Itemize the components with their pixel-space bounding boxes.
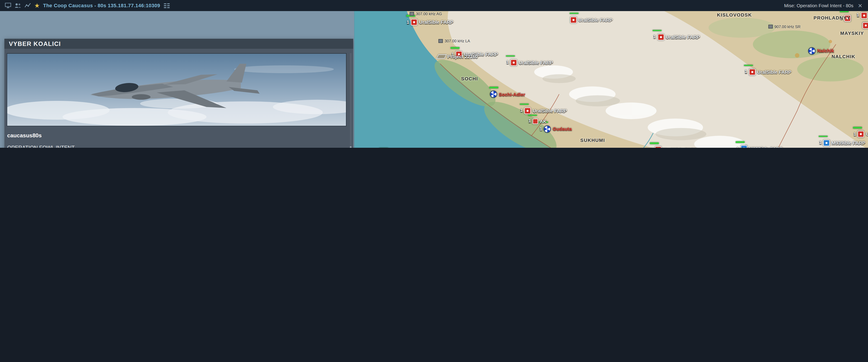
mission-title: Mise: Operation Fowl Intent - 80s xyxy=(784,3,854,8)
briefing-icon[interactable] xyxy=(163,2,170,9)
map-marker-airport: Nalchik xyxy=(808,47,834,55)
mission-description: caucasus80s OPERATION FOWL INTENT Welcom… xyxy=(7,132,339,148)
map-marker-ship: Project 22160 xyxy=(437,54,477,59)
farp-red-icon xyxy=(749,68,755,75)
map-marker-layer: 1UralSible FARPUralSible FARP1UralSible … xyxy=(354,11,868,148)
map-marker-freq: 907.00 kHz SR xyxy=(768,25,800,28)
operation-name: OPERATION FOWL INTENT xyxy=(7,144,339,148)
top-bar: ★ The Coop Caucasus - 80s 135.181.77.146… xyxy=(0,0,868,11)
map-marker-farp-red xyxy=(862,22,868,29)
farp-red-icon xyxy=(861,12,867,19)
map-marker-city: SUKHUMI xyxy=(580,137,605,143)
airport-icon xyxy=(808,47,815,55)
map-marker-freq: 307.00 kHz AG xyxy=(410,12,442,16)
map-marker-airport: Sochi-Adler xyxy=(490,91,525,98)
panel-scrollbar-thumb[interactable] xyxy=(350,146,351,148)
farp-red-icon xyxy=(862,22,868,29)
map-marker-city: NALCHIK xyxy=(832,54,856,59)
farp-blue-icon xyxy=(741,145,747,148)
map-marker-farp-red: 1UralSible FARP xyxy=(745,68,792,75)
map-marker-city: MAYSKIY xyxy=(840,31,864,36)
map-marker-farp-red: 1UralSible FARP xyxy=(506,59,553,65)
unit-red-icon xyxy=(532,118,538,124)
stats-icon[interactable] xyxy=(24,2,31,9)
farp-red-icon xyxy=(510,59,517,65)
map-marker-freq: 307.00 kHz LA xyxy=(438,39,470,43)
panel-header: VYBER KOALICI xyxy=(4,39,353,49)
farp-red-icon xyxy=(570,17,577,23)
airport-icon xyxy=(544,126,551,133)
map-marker-city: PROHLADNYY xyxy=(813,15,850,21)
panel-scrollbar[interactable] xyxy=(350,53,351,148)
map-marker-farp-red: 1UralSible FARP xyxy=(520,108,567,114)
ship-icon xyxy=(436,54,447,59)
favorite-star-icon[interactable]: ★ xyxy=(34,2,40,8)
map-marker-unit-red: 1AK xyxy=(528,118,547,124)
map-marker-farp-red: 1UralSible FARP xyxy=(651,146,698,148)
farp-red-icon xyxy=(858,131,864,137)
freq-icon xyxy=(410,12,414,16)
map-marker-farp-red: 1 xyxy=(857,12,868,19)
farp-red-icon xyxy=(657,34,664,40)
map-marker-airport: 1Gudauta xyxy=(540,126,572,133)
players-icon[interactable] xyxy=(14,2,21,9)
panel-title: VYBER KOALICI xyxy=(9,40,61,47)
close-icon[interactable]: ✕ xyxy=(857,2,864,8)
airport-icon xyxy=(490,91,497,98)
map-marker-farp-red: 1UralSible FARP xyxy=(653,34,700,40)
coalition-select-panel: VYBER KOALICI xyxy=(4,39,353,148)
map-marker-city: SOCHI xyxy=(461,76,478,81)
farp-red-icon xyxy=(524,108,531,114)
map-marker-farp-red: 1UralSible FARP xyxy=(854,131,868,137)
freq-icon xyxy=(438,39,443,43)
mission-name: caucasus80s xyxy=(7,132,339,139)
farp-blue-icon xyxy=(823,140,830,146)
farp-red-icon xyxy=(655,146,661,148)
display-icon[interactable] xyxy=(4,2,11,9)
map-marker-farp-blue: 1M939ible FARP xyxy=(737,145,782,148)
map-marker-farp-red: 1UralSible FARP xyxy=(407,19,454,26)
map-marker-farp-blue: 1M939ible FARP xyxy=(819,140,865,146)
farp-red-icon xyxy=(411,19,417,26)
freq-icon xyxy=(768,25,773,28)
screen: ★ The Coop Caucasus - 80s 135.181.77.146… xyxy=(0,0,868,148)
server-title: The Coop Caucasus - 80s 135.181.77.146:1… xyxy=(43,3,160,8)
map-marker-farp-red: UralSible FARP xyxy=(570,17,613,23)
map-marker-city: KISLOVODSK xyxy=(717,12,752,18)
mission-briefing-image xyxy=(6,53,346,126)
tactical-map[interactable]: 1UralSible FARPUralSible FARP1UralSible … xyxy=(354,11,868,148)
